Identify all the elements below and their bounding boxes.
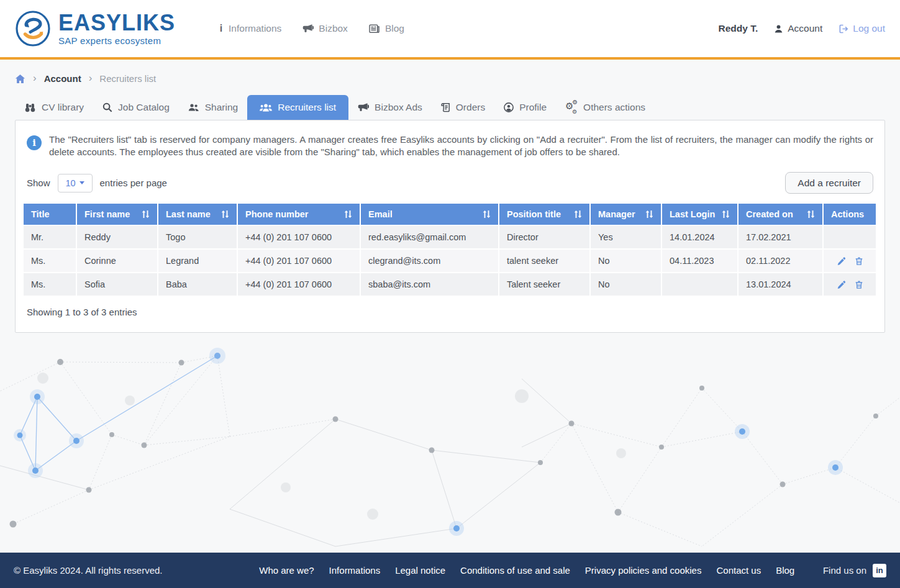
tab-others-actions[interactable]: ⚙ ⚙ ⚙ Others actions xyxy=(556,95,655,120)
edit-recruiter-button[interactable] xyxy=(837,256,846,266)
background-network xyxy=(0,333,900,553)
cell-manager: No xyxy=(591,250,662,272)
footer-link-who-are-we[interactable]: Who are we? xyxy=(259,565,314,576)
scroll-icon xyxy=(441,102,450,112)
account-link[interactable]: Account xyxy=(774,23,822,34)
info-icon: i xyxy=(219,23,224,34)
sort-icon[interactable] xyxy=(802,210,815,219)
cell-email: sbaba@its.com xyxy=(361,273,499,296)
cell-last-login xyxy=(662,273,739,296)
cell-created-on: 17.02.2021 xyxy=(739,226,824,248)
info-banner: i The "Recruiters list" tab is reserved … xyxy=(16,120,884,162)
sort-icon[interactable] xyxy=(216,210,229,219)
nav-informations[interactable]: i Informations xyxy=(219,23,281,34)
breadcrumb: › Account › Recruiters list xyxy=(15,73,885,84)
megaphone-icon xyxy=(358,102,369,112)
cell-first-name: Reddy xyxy=(77,226,158,248)
footer-link-blog[interactable]: Blog xyxy=(776,565,794,576)
sort-icon[interactable] xyxy=(478,210,491,219)
col-last-login[interactable]: Last Login xyxy=(662,204,739,225)
megaphone-icon xyxy=(302,24,314,34)
tab-bizbox-ads[interactable]: Bizbox Ads xyxy=(348,95,432,120)
col-last-name[interactable]: Last name xyxy=(158,204,238,225)
cell-email: red.easyliks@gmail.com xyxy=(361,226,499,248)
col-position[interactable]: Position title xyxy=(499,204,591,225)
easyliks-logo-icon xyxy=(15,11,51,47)
cell-last-login: 04.11.2023 xyxy=(662,250,739,272)
trash-icon xyxy=(855,280,863,289)
cell-manager: Yes xyxy=(591,226,662,248)
footer-link-contact-us[interactable]: Contact us xyxy=(716,565,761,576)
header-user-area: Reddy T. Account Log out xyxy=(719,23,885,34)
logged-in-user: Reddy T. xyxy=(719,23,758,34)
show-label: Show xyxy=(27,178,50,188)
tab-orders[interactable]: Orders xyxy=(432,95,494,120)
tab-recruiters-list-label: Recruiters list xyxy=(278,102,336,113)
tab-recruiters-list[interactable]: Recruiters list xyxy=(247,95,348,120)
site-footer: © Easyliks 2024. All rights reserved. Wh… xyxy=(0,553,900,588)
footer-social: Find us on in xyxy=(823,564,886,577)
brand-logo[interactable]: EASYLIKS SAP experts ecosystem xyxy=(15,11,175,47)
account-tabs: CV library Job Catalog Sharing Recruiter… xyxy=(15,95,885,120)
tab-orders-label: Orders xyxy=(456,102,485,113)
sort-icon[interactable] xyxy=(339,210,352,219)
sign-out-icon xyxy=(839,24,848,34)
add-recruiter-button[interactable]: Add a recruiter xyxy=(785,172,873,194)
tab-others-actions-label: Others actions xyxy=(583,102,645,113)
info-banner-text: The "Recruiters list" tab is reserved fo… xyxy=(49,133,873,158)
cell-title: Ms. xyxy=(24,273,77,296)
search-icon xyxy=(102,102,112,112)
breadcrumb-account[interactable]: Account xyxy=(44,73,81,84)
cell-phone: +44 (0) 201 107 0600 xyxy=(238,226,361,248)
page-size-select[interactable]: 10 xyxy=(58,174,93,192)
cogs-icon: ⚙ ⚙ ⚙ xyxy=(565,102,578,112)
caret-down-icon xyxy=(80,181,84,184)
pencil-icon xyxy=(837,256,846,266)
cell-last-login: 14.01.2024 xyxy=(662,226,739,248)
home-icon[interactable] xyxy=(15,74,25,84)
cell-actions xyxy=(824,273,876,296)
footer-link-privacy[interactable]: Privacy policies and cookies xyxy=(585,565,702,576)
footer-link-legal-notice[interactable]: Legal notice xyxy=(395,565,445,576)
breadcrumb-separator: › xyxy=(33,73,37,83)
edit-recruiter-button[interactable] xyxy=(837,280,846,289)
delete-recruiter-button[interactable] xyxy=(855,256,863,266)
sort-icon[interactable] xyxy=(137,210,150,219)
nav-bizbox[interactable]: Bizbox xyxy=(302,23,348,34)
brand-name: EASYLIKS xyxy=(58,12,175,34)
cell-manager: No xyxy=(591,273,662,296)
linkedin-icon[interactable]: in xyxy=(873,564,886,577)
col-created-on[interactable]: Created on xyxy=(739,204,824,225)
cell-created-on: 13.01.2024 xyxy=(739,273,824,296)
tab-profile-label: Profile xyxy=(519,102,547,113)
share-users-icon xyxy=(188,103,199,112)
logout-link[interactable]: Log out xyxy=(839,23,885,34)
footer-copyright: © Easyliks 2024. All rights reserved. xyxy=(14,565,163,576)
delete-recruiter-button[interactable] xyxy=(855,280,863,289)
tab-sharing[interactable]: Sharing xyxy=(179,95,247,120)
col-manager[interactable]: Manager xyxy=(591,204,662,225)
sort-icon[interactable] xyxy=(569,210,582,219)
tab-cv-library[interactable]: CV library xyxy=(15,95,93,120)
tab-profile[interactable]: Profile xyxy=(494,95,556,120)
col-first-name[interactable]: First name xyxy=(77,204,158,225)
cell-last-name: Baba xyxy=(158,273,238,296)
account-link-label: Account xyxy=(788,23,822,34)
recruiters-card: i The "Recruiters list" tab is reserved … xyxy=(15,120,885,333)
sort-icon[interactable] xyxy=(717,210,730,219)
col-email[interactable]: Email xyxy=(361,204,499,225)
recruiters-table: Title First name Last name Phone number … xyxy=(16,202,884,296)
table-header-row: Title First name Last name Phone number … xyxy=(24,204,876,225)
footer-link-informations[interactable]: Informations xyxy=(329,565,381,576)
col-phone[interactable]: Phone number xyxy=(238,204,361,225)
tab-bizbox-ads-label: Bizbox Ads xyxy=(375,102,422,113)
footer-link-conditions[interactable]: Conditions of use and sale xyxy=(460,565,570,576)
cell-first-name: Corinne xyxy=(77,250,158,272)
logout-link-label: Log out xyxy=(853,23,885,34)
sort-icon[interactable] xyxy=(640,210,653,219)
nav-blog[interactable]: Blog xyxy=(369,23,404,34)
trash-icon xyxy=(855,256,863,266)
brand-tagline: SAP experts ecosystem xyxy=(58,35,175,46)
cell-position: Director xyxy=(499,226,591,248)
tab-job-catalog[interactable]: Job Catalog xyxy=(93,95,179,120)
